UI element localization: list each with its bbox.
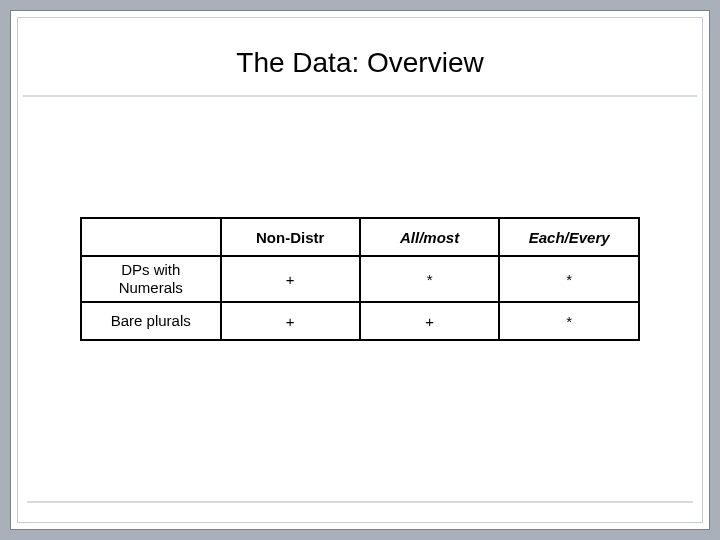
col-head-non-distr: Non-Distr [221,218,360,256]
row-head-bare-plurals: Bare plurals [81,302,221,340]
row-head-dps-numerals: DPs with Numerals [81,256,221,302]
cell: * [499,302,639,340]
col-head-each-every: Each/Every [499,218,639,256]
cell: * [360,256,499,302]
cell: + [221,256,360,302]
slide-outer-frame: The Data: Overview Non-Distr All/most Ea… [0,0,720,540]
table-corner-cell [81,218,221,256]
data-table-wrap: Non-Distr All/most Each/Every DPs with N… [19,217,701,341]
col-head-all-most: All/most [360,218,499,256]
slide-inner-frame: The Data: Overview Non-Distr All/most Ea… [10,10,710,530]
slide-title: The Data: Overview [19,19,701,95]
data-table: Non-Distr All/most Each/Every DPs with N… [80,217,640,341]
row-label-line: Numerals [119,279,183,296]
bottom-divider [27,501,693,503]
table-row: Bare plurals + + * [81,302,639,340]
row-label-line: Bare plurals [111,312,191,329]
table-header-row: Non-Distr All/most Each/Every [81,218,639,256]
cell: + [221,302,360,340]
table-row: DPs with Numerals + * * [81,256,639,302]
cell: + [360,302,499,340]
slide-content: The Data: Overview Non-Distr All/most Ea… [19,19,701,521]
cell: * [499,256,639,302]
row-label-line: DPs with [121,261,180,278]
title-divider [23,95,697,97]
